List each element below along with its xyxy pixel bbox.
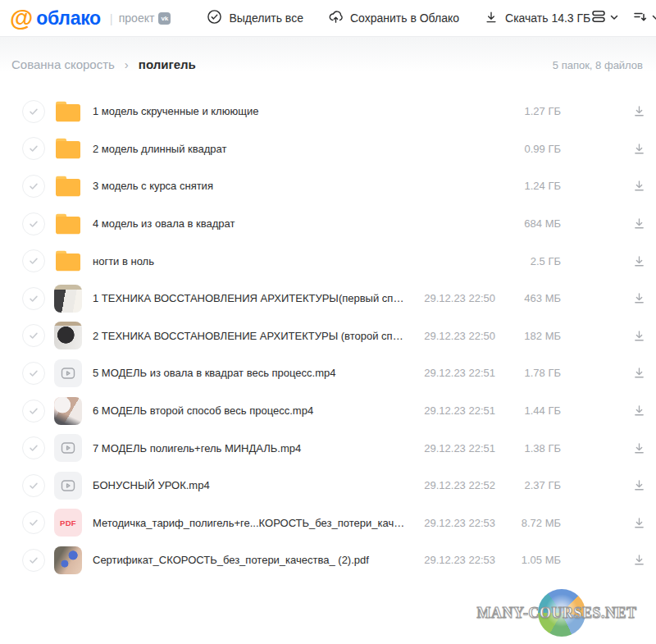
row-download-button[interactable]	[631, 253, 646, 268]
file-name[interactable]: 2 ТЕХНИКА ВОССТАНОВЛЕНИЕ АРХИТЕКТУРЫ (вт…	[93, 330, 407, 342]
file-icon-cell	[54, 172, 82, 200]
row-download-button[interactable]	[631, 553, 646, 568]
file-name[interactable]: Сертификат_СКОРОСТЬ_без_потери_качества_…	[93, 554, 407, 566]
file-icon-cell	[54, 135, 82, 162]
select-all-button[interactable]: Выделить все	[207, 9, 303, 27]
file-name[interactable]: Методичка_тариф_полигель+ге...КОРОСТЬ_бе…	[93, 517, 407, 529]
file-row[interactable]: 1 ТЕХНИКА ВОССТАНОВЛЕНИЯ АРХИТЕКТУРЫ(пер…	[0, 280, 656, 317]
file-name[interactable]: 7 МОДЕЛЬ полигель+гель МИНДАЛЬ.mp4	[93, 442, 407, 454]
file-size: 0.99 ГБ	[495, 143, 561, 155]
file-icon-cell	[54, 98, 82, 126]
folder-icon	[54, 136, 82, 161]
file-row[interactable]: ногти в ноль 2.5 ГБ	[0, 242, 656, 280]
row-download-button[interactable]	[631, 328, 646, 343]
file-size: 182 МБ	[495, 330, 561, 342]
folder-icon	[54, 212, 82, 236]
download-all-button[interactable]: Скачать 14.3 ГБ	[484, 10, 590, 27]
file-name[interactable]: 1 модель скрученные и клюющие	[93, 105, 407, 117]
file-date: 29.12.23 22:51	[407, 442, 495, 454]
row-checkbox[interactable]	[22, 400, 45, 422]
file-size: 1.44 ГБ	[495, 404, 561, 417]
watermark-text: MANY-COURSES.NET	[477, 605, 637, 622]
file-icon-cell	[54, 397, 82, 425]
download-icon	[632, 179, 646, 193]
file-row[interactable]: PDF Методичка_тариф_полигель+ге...КОРОСТ…	[0, 505, 656, 542]
toolbar-actions: Выделить все Сохранить в Облако Скачать …	[207, 9, 590, 27]
video-file-icon	[54, 359, 82, 387]
row-checkbox[interactable]	[22, 100, 45, 123]
row-checkbox[interactable]	[22, 362, 45, 385]
row-download-button[interactable]	[631, 291, 646, 306]
row-download-button[interactable]	[631, 515, 646, 530]
file-row[interactable]: Сертификат_СКОРОСТЬ_без_потери_качества_…	[0, 541, 656, 579]
file-name[interactable]: 2 модель длинный квадрат	[93, 143, 407, 155]
file-row[interactable]: 6 МОДЕЛЬ второй способ весь процесс.mp4 …	[0, 392, 656, 430]
file-row[interactable]: 4 модель из овала в квадрат 684 МБ	[0, 205, 656, 243]
row-checkbox[interactable]	[22, 287, 45, 310]
file-date: 29.12.23 22:51	[407, 404, 495, 417]
view-switcher-button[interactable]	[590, 8, 619, 28]
row-download-button[interactable]	[631, 478, 646, 493]
row-checkbox[interactable]	[22, 175, 45, 198]
vk-logo-icon: vk	[158, 12, 171, 25]
file-thumbnail	[54, 397, 82, 425]
row-checkbox[interactable]	[22, 249, 45, 272]
file-size: 2.5 ГБ	[495, 255, 561, 267]
file-name[interactable]: 3 модель с курса снятия	[93, 180, 407, 192]
row-download-button[interactable]	[631, 179, 646, 194]
top-toolbar: @ облако | проект vk Выделить все Сохран…	[0, 0, 656, 37]
file-row[interactable]: 5 МОДЕЛЬ из овала в квадрат весь процесс…	[0, 354, 656, 392]
row-download-button[interactable]	[631, 141, 646, 156]
row-checkbox[interactable]	[22, 474, 45, 497]
breadcrumb-separator-icon: ›	[125, 57, 129, 71]
row-download-button[interactable]	[631, 104, 646, 119]
row-checkbox[interactable]	[22, 436, 45, 459]
check-icon	[28, 555, 39, 566]
download-icon	[632, 366, 646, 380]
row-checkbox[interactable]	[22, 549, 45, 572]
file-name[interactable]: 1 ТЕХНИКА ВОССТАНОВЛЕНИЯ АРХИТЕКТУРЫ(пер…	[93, 292, 407, 304]
file-list: 1 модель скрученные и клюющие 1.27 ГБ 2 …	[0, 93, 656, 579]
file-size: 1.24 ГБ	[495, 180, 561, 192]
file-row[interactable]: 7 МОДЕЛЬ полигель+гель МИНДАЛЬ.mp4 29.12…	[0, 429, 656, 467]
save-to-cloud-button[interactable]: Сохранить в Облако	[328, 9, 459, 27]
file-row[interactable]: 1 модель скрученные и клюющие 1.27 ГБ	[0, 93, 656, 130]
mailru-at-icon: @	[10, 7, 33, 30]
file-name[interactable]: БОНУСНЫЙ УРОК.mp4	[93, 479, 407, 491]
download-icon	[632, 516, 646, 530]
file-row[interactable]: 2 модель длинный квадрат 0.99 ГБ	[0, 130, 656, 168]
folder-summary: 5 папок, 8 файлов	[553, 59, 643, 71]
file-icon-cell	[54, 359, 82, 387]
file-name[interactable]: 4 модель из овала в квадрат	[93, 217, 407, 230]
row-checkbox[interactable]	[22, 212, 45, 235]
file-size: 684 МБ	[495, 217, 561, 230]
file-row[interactable]: БОНУСНЫЙ УРОК.mp4 29.12.23 22:52 2.37 ГБ	[0, 467, 656, 505]
row-checkbox[interactable]	[22, 137, 45, 160]
file-size: 1.78 ГБ	[495, 367, 561, 379]
download-icon	[632, 441, 646, 455]
cloud-logo[interactable]: @ облако | проект vk	[10, 7, 171, 30]
check-icon	[28, 368, 39, 379]
row-download-button[interactable]	[631, 441, 646, 455]
file-icon-cell	[54, 434, 82, 462]
download-icon	[632, 254, 646, 268]
file-name[interactable]: ногти в ноль	[93, 255, 407, 267]
download-icon	[632, 291, 646, 305]
file-icon-cell	[54, 285, 82, 313]
file-row[interactable]: 2 ТЕХНИКА ВОССТАНОВЛЕНИЕ АРХИТЕКТУРЫ (вт…	[0, 317, 656, 355]
row-download-button[interactable]	[631, 366, 646, 381]
video-file-icon	[54, 472, 82, 500]
sort-button[interactable]	[632, 8, 656, 28]
row-checkbox[interactable]	[22, 324, 45, 347]
file-name[interactable]: 6 МОДЕЛЬ второй способ весь процесс.mp4	[93, 404, 407, 417]
row-download-button[interactable]	[631, 404, 646, 418]
file-name[interactable]: 5 МОДЕЛЬ из овала в квадрат весь процесс…	[93, 367, 407, 379]
file-date: 29.12.23 22:50	[407, 330, 495, 342]
row-download-button[interactable]	[631, 217, 646, 231]
file-row[interactable]: 3 модель с курса снятия 1.24 ГБ	[0, 167, 656, 205]
breadcrumb: Сованна скорость › полигель 5 папок, 8 ф…	[0, 37, 656, 84]
row-checkbox[interactable]	[22, 511, 45, 534]
pdf-file-icon: PDF	[54, 509, 82, 537]
breadcrumb-parent-link[interactable]: Сованна скорость	[11, 57, 115, 71]
file-size: 1.38 ГБ	[495, 442, 561, 454]
